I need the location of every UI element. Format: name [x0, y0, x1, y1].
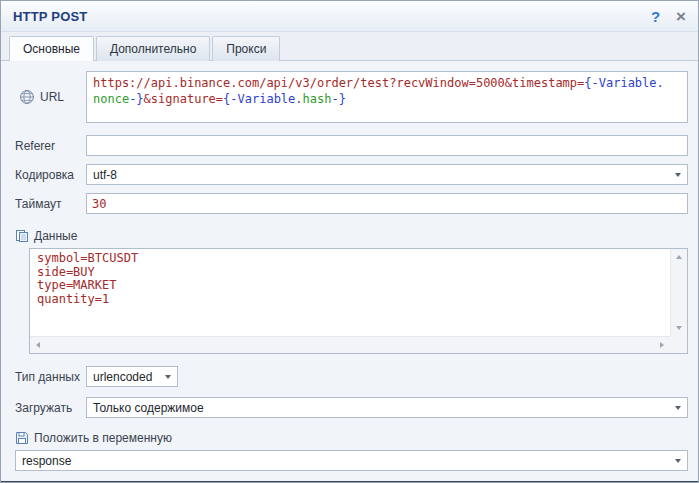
- load-mode-label: Загружать: [11, 401, 86, 415]
- data-type-field-row: Тип данных urlencoded: [11, 366, 688, 387]
- data-section-header: Данные: [15, 228, 688, 244]
- load-mode-field-row: Загружать Только содержимое: [11, 397, 688, 418]
- data-value: symbol=BTCUSDT side=BUY type=MARKET quan…: [30, 249, 669, 335]
- data-type-label: Тип данных: [11, 370, 86, 384]
- encoding-field-row: Кодировка utf-8: [11, 164, 688, 185]
- load-mode-select[interactable]: Только содержимое: [86, 397, 688, 418]
- tab-main[interactable]: Основные: [9, 36, 94, 61]
- encoding-label: Кодировка: [11, 168, 86, 182]
- help-icon[interactable]: ?: [651, 8, 660, 25]
- tab-bar: Основные Дополнительно Прокси: [1, 32, 698, 61]
- put-variable-header: Положить в переменную: [15, 430, 688, 446]
- http-post-dialog: HTTP POST ? × Основные Дополнительно Про…: [0, 0, 699, 483]
- put-variable-label: Положить в переменную: [34, 431, 172, 445]
- scroll-right-icon[interactable]: [654, 337, 670, 353]
- chevron-down-icon: [675, 406, 681, 410]
- data-type-value: urlencoded: [93, 370, 152, 384]
- paste-icon: [15, 229, 29, 243]
- url-value: https://api.binance.com/api/v3/order/tes…: [93, 75, 667, 107]
- referer-field-row: Referer: [11, 135, 688, 156]
- url-label-text: URL: [40, 90, 64, 104]
- encoding-value: utf-8: [93, 168, 117, 182]
- timeout-input[interactable]: [86, 193, 688, 214]
- timeout-field-row: Таймаут: [11, 193, 688, 214]
- tab-advanced[interactable]: Дополнительно: [96, 36, 210, 61]
- scroll-down-icon[interactable]: [671, 320, 687, 336]
- data-label: Данные: [34, 229, 77, 243]
- url-input[interactable]: https://api.binance.com/api/v3/order/tes…: [86, 71, 688, 123]
- title-bar[interactable]: HTTP POST ? ×: [1, 1, 698, 32]
- save-icon: [15, 431, 29, 445]
- scroll-left-icon[interactable]: [30, 337, 46, 353]
- tab-proxy[interactable]: Прокси: [212, 36, 280, 61]
- load-mode-value: Только содержимое: [93, 401, 204, 415]
- globe-icon: [19, 89, 35, 105]
- close-icon[interactable]: ×: [676, 8, 686, 25]
- put-variable-value: response: [22, 454, 71, 468]
- chevron-down-icon: [165, 375, 171, 379]
- data-type-select[interactable]: urlencoded: [86, 366, 178, 387]
- timeout-label: Таймаут: [11, 197, 86, 211]
- scrollbar-corner: [670, 336, 687, 353]
- chevron-down-icon: [675, 173, 681, 177]
- put-variable-select[interactable]: response: [15, 450, 688, 471]
- scroll-up-icon[interactable]: [671, 249, 687, 265]
- chevron-down-icon: [675, 459, 681, 463]
- tab-page-main: URL https://api.binance.com/api/v3/order…: [1, 61, 698, 481]
- vertical-scrollbar[interactable]: [670, 249, 687, 336]
- url-field-row: URL https://api.binance.com/api/v3/order…: [11, 71, 688, 123]
- url-label: URL: [11, 89, 86, 105]
- dialog-title: HTTP POST: [13, 9, 651, 24]
- referer-label: Referer: [11, 139, 86, 153]
- data-input[interactable]: symbol=BTCUSDT side=BUY type=MARKET quan…: [29, 248, 688, 354]
- horizontal-scrollbar[interactable]: [30, 336, 670, 353]
- referer-input[interactable]: [86, 135, 688, 156]
- encoding-select[interactable]: utf-8: [86, 164, 688, 185]
